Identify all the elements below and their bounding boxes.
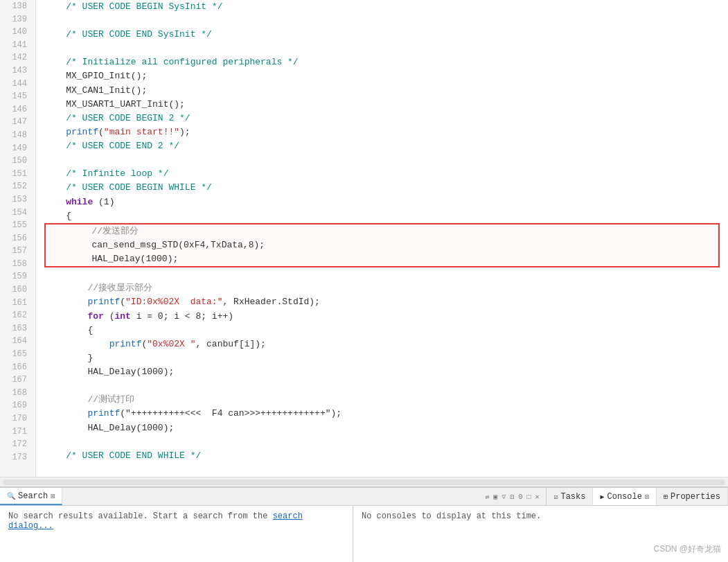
- console-tab-icon: ▶: [600, 493, 604, 501]
- line-number: 159: [6, 270, 30, 283]
- code-line: MX_USART1_UART_Init();: [44, 98, 720, 112]
- code-line: HAL_Delay(1000);: [44, 365, 720, 379]
- code-line: /* USER CODE BEGIN 2 */: [44, 112, 720, 125]
- line-number: 166: [6, 361, 30, 374]
- line-number: 164: [6, 335, 30, 348]
- line-number: 160: [6, 283, 30, 297]
- line-number: 162: [6, 309, 30, 322]
- line-number: 156: [6, 232, 30, 245]
- line-number: 143: [6, 64, 30, 78]
- code-line: [44, 379, 720, 393]
- code-line: [44, 14, 720, 28]
- line-number: 147: [6, 116, 30, 129]
- search-tab-icon: 🔍: [7, 492, 15, 500]
- line-number: 139: [6, 13, 30, 26]
- line-number: 169: [6, 399, 30, 412]
- code-line: [44, 435, 720, 449]
- search-tab-label: Search: [18, 491, 48, 501]
- properties-tab-icon: ⊞: [664, 493, 668, 501]
- code-line: /* Infinite loop */: [44, 167, 720, 181]
- line-number: 148: [6, 129, 30, 142]
- code-line: MX_CAN1_Init();: [44, 84, 720, 98]
- line-number: 168: [6, 387, 30, 400]
- code-line: while (1): [44, 195, 720, 209]
- tasks-tab-label: Tasks: [560, 492, 585, 502]
- tab-console[interactable]: ▶ Console ⊠: [593, 488, 656, 505]
- properties-tab-label: Properties: [671, 492, 720, 502]
- panel-toolbar-icons[interactable]: ⇄ ▣ ▽ ⊡ 0 □ ✕: [485, 493, 539, 501]
- line-number: 163: [6, 322, 30, 335]
- line-number: 157: [6, 245, 30, 258]
- code-content: 1381391401411421431441451461471481491501…: [0, 0, 728, 477]
- code-line: [44, 42, 720, 55]
- code-line: //发送部分: [44, 223, 720, 238]
- main-container: 1381391401411421431441451461471481491501…: [0, 0, 728, 562]
- console-no-display-text: No consoles to display at this time.: [362, 511, 541, 521]
- line-number: 138: [6, 0, 30, 13]
- bottom-panel: 🔍 Search ⊠ ⇄ ▣ ▽ ⊡ 0 □ ✕ ☑ Tasks ▶ Conso…: [0, 487, 728, 562]
- code-line: MX_GPIO_Init();: [44, 69, 720, 83]
- line-number: 144: [6, 78, 30, 91]
- console-tab-id: ⊠: [645, 493, 649, 501]
- line-numbers: 1381391401411421431441451461471481491501…: [0, 0, 36, 477]
- code-line: /* USER CODE BEGIN SysInit */: [44, 0, 720, 14]
- line-number: 140: [6, 26, 30, 39]
- code-line: printf("ID:0x%02X data:", RxHeader.StdId…: [44, 295, 720, 309]
- code-editor: 1381391401411421431441451461471481491501…: [0, 0, 728, 487]
- code-line: {: [44, 209, 720, 223]
- line-number: 161: [6, 297, 30, 310]
- line-number: 151: [6, 168, 30, 181]
- line-number: 150: [6, 155, 30, 168]
- line-number: 165: [6, 348, 30, 361]
- code-line: printf("0x%02X ", canbuf[i]);: [44, 337, 720, 351]
- bottom-tabs-row: 🔍 Search ⊠ ⇄ ▣ ▽ ⊡ 0 □ ✕ ☑ Tasks ▶ Conso…: [0, 488, 728, 506]
- tab-tasks[interactable]: ☑ Tasks: [547, 488, 593, 505]
- watermark: CSDN @好奇龙猫: [653, 543, 721, 555]
- search-tab-id: ⊠: [51, 492, 55, 500]
- line-number: 171: [6, 425, 30, 439]
- code-line: {: [44, 324, 720, 337]
- line-number: 149: [6, 142, 30, 155]
- line-number: 152: [6, 180, 30, 193]
- line-number: 153: [6, 193, 30, 207]
- line-number: 155: [6, 219, 30, 232]
- line-number: 172: [6, 438, 30, 451]
- tab-properties[interactable]: ⊞ Properties: [657, 488, 728, 505]
- code-line: /* USER CODE END WHILE */: [44, 449, 720, 463]
- scrollbar-track[interactable]: [3, 480, 725, 485]
- line-number: 167: [6, 374, 30, 387]
- code-line: printf("main start!!");: [44, 125, 720, 139]
- line-number: 173: [6, 451, 30, 464]
- search-panel: No search results available. Start a sea…: [0, 506, 353, 562]
- code-line: printf("++++++++++<<< F4 can>>>+++++++++…: [44, 407, 720, 421]
- horizontal-scrollbar[interactable]: [0, 477, 728, 486]
- line-number: 170: [6, 412, 30, 425]
- code-line: //测试打印: [44, 393, 720, 407]
- bottom-panels-container: No search results available. Start a sea…: [0, 506, 728, 562]
- code-lines[interactable]: /* USER CODE BEGIN SysInit */ /* USER CO…: [36, 0, 728, 477]
- line-number: 146: [6, 103, 30, 116]
- search-no-results-text: No search results available. Start a sea…: [8, 511, 273, 521]
- code-line: [44, 267, 720, 281]
- code-line: /* USER CODE END 2 */: [44, 139, 720, 153]
- code-line: [44, 153, 720, 167]
- code-line: HAL_Delay(1000);: [44, 421, 720, 435]
- code-line: HAL_Delay(1000);: [44, 252, 720, 267]
- code-line: can_send_msg_STD(0xF4,TxData,8);: [44, 238, 720, 252]
- line-number: 142: [6, 51, 30, 64]
- tasks-tab-icon: ☑: [553, 493, 558, 501]
- line-number: 145: [6, 90, 30, 103]
- code-line: /* Initialize all configured peripherals…: [44, 55, 720, 69]
- code-line: /* USER CODE BEGIN WHILE */: [44, 181, 720, 195]
- code-line: [44, 463, 720, 477]
- search-panel-content: No search results available. Start a sea…: [0, 506, 353, 562]
- code-line: }: [44, 351, 720, 365]
- console-tab-label: Console: [607, 492, 642, 502]
- tab-search[interactable]: 🔍 Search ⊠: [0, 488, 62, 505]
- line-number: 154: [6, 207, 30, 220]
- line-number: 141: [6, 39, 30, 52]
- line-number: 158: [6, 258, 30, 271]
- code-line: /* USER CODE END SysInit */: [44, 28, 720, 42]
- code-line: for (int i = 0; i < 8; i++): [44, 310, 720, 324]
- code-line: //接收显示部分: [44, 281, 720, 295]
